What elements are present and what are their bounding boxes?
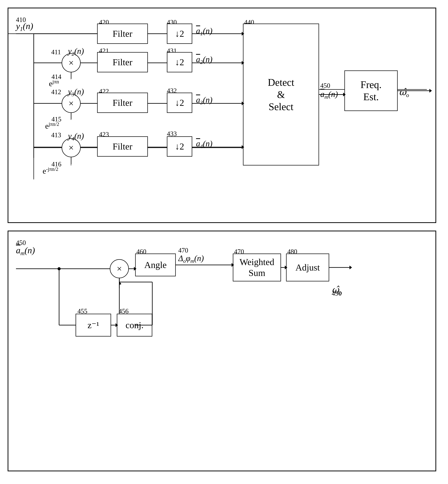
down3-label: ↓2 (175, 97, 184, 108)
conj-label: conj. (126, 320, 144, 331)
ref-411: 411 (51, 48, 61, 56)
signal-a4-tilde: a4(n) (196, 139, 212, 149)
angle-block: Angle (135, 254, 176, 276)
signal-y2: y2(n) (68, 46, 84, 57)
mult-bot-circle: × (110, 259, 129, 278)
signal-y3: y3(n) (68, 87, 84, 97)
z-inv-label: z⁻¹ (88, 320, 99, 331)
ref-412: 412 (51, 88, 61, 96)
signal-am-tilde-bot: am(n) (16, 245, 35, 257)
z-inv-block: z⁻¹ (76, 314, 111, 336)
filter2-label: Filter (112, 57, 132, 68)
top-diagram: 410 y1(n) 420 Filter 430 ↓2 a1(n) 411 × … (8, 8, 436, 223)
filter1-block: Filter (97, 23, 148, 44)
down3-block: ↓2 (167, 93, 192, 113)
omega-hat-top: ω̂o (399, 87, 409, 98)
weighted-sum-block: Weighted Sum (233, 254, 281, 281)
mult2-symbol: × (69, 58, 74, 68)
freq-est-block: Freq.Est. (344, 70, 398, 111)
signal-y4: y4(n) (68, 131, 84, 142)
signal-y1: y1(n) (16, 21, 33, 32)
bottom-diagram-connections (8, 231, 435, 471)
filter1-label: Filter (112, 28, 132, 39)
detect-select-block: Detect&Select (243, 23, 319, 165)
top-diagram-lines (8, 8, 435, 222)
exp1-label: ejπn (49, 79, 59, 88)
conj-block: conj. (117, 314, 152, 336)
svg-marker-68 (119, 281, 121, 285)
mult-bot-symbol: × (117, 264, 122, 274)
ref-470-label: 470 (178, 247, 188, 254)
angle-label: Angle (144, 259, 167, 270)
weighted-sum-label: Weighted Sum (233, 257, 280, 279)
filter4-block: Filter (97, 136, 148, 156)
filter2-block: Filter (97, 52, 148, 72)
svg-marker-59 (350, 265, 352, 269)
top-diagram-connections (8, 8, 435, 222)
svg-point-70 (57, 267, 61, 270)
mult3-symbol: × (69, 98, 74, 109)
mult4-symbol: × (69, 142, 74, 153)
exp3-label: e-jπn/2 (43, 166, 58, 175)
signal-a3-tilde: a3(n) (196, 95, 212, 106)
adjust-block: Adjust (286, 254, 329, 281)
bottom-diagram: 450 am(n) × 460 Angle 470 Δoφm(n) 470 We… (8, 231, 436, 471)
ref-413: 413 (51, 131, 61, 139)
down4-label: ↓2 (175, 141, 184, 152)
down2-label: ↓2 (175, 57, 184, 68)
ref-450: 450 (320, 82, 330, 89)
down2-block: ↓2 (167, 52, 192, 72)
svg-marker-42 (429, 89, 432, 93)
down1-label: ↓2 (175, 28, 184, 39)
adjust-label: Adjust (296, 262, 320, 273)
filter3-block: Filter (97, 93, 148, 113)
signal-am-tilde-top: am(n) (320, 89, 338, 100)
ref-490-bot: 490 (332, 290, 342, 297)
down4-block: ↓2 (167, 136, 192, 156)
signal-a2-tilde: a2(n) (196, 55, 212, 65)
signal-a1-tilde: a1(n) (196, 26, 212, 37)
down1-block: ↓2 (167, 23, 192, 44)
exp2-label: ejπn/2 (45, 121, 59, 131)
filter3-label: Filter (112, 97, 132, 108)
detect-select-label: Detect&Select (268, 76, 294, 113)
filter4-label: Filter (112, 141, 132, 152)
delta-phi-label: Δoφm(n) (178, 254, 204, 264)
freq-est-label: Freq.Est. (360, 78, 382, 103)
